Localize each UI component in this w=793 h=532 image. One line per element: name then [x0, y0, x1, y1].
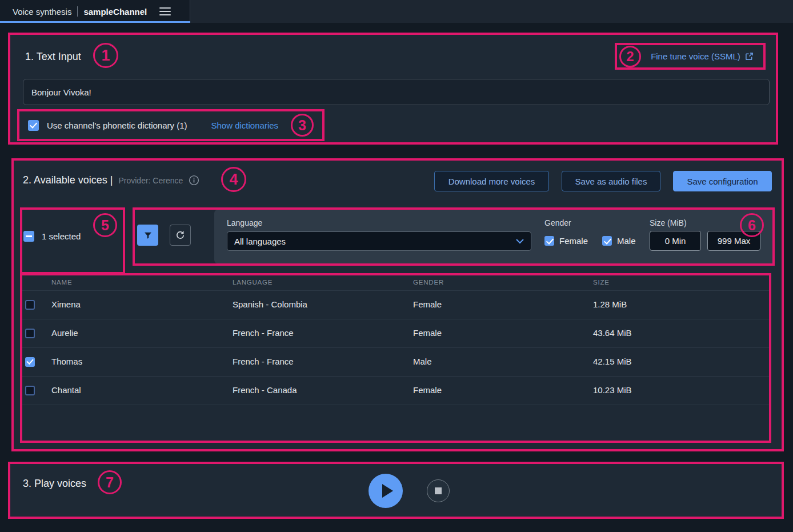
voice-gender: Female — [413, 385, 442, 395]
voice-synthesis-page: Voice synthesis sampleChannel 1. Text In… — [0, 0, 793, 532]
select-all-checkbox[interactable] — [23, 231, 34, 242]
voice-name: Ximena — [51, 299, 81, 309]
voice-name: Chantal — [51, 385, 81, 395]
fine-tune-voice-link[interactable]: Fine tune voice (SSML) — [651, 51, 754, 61]
stop-icon — [435, 487, 442, 494]
voices-table-highlight: NAME LANGUAGE GENDER SIZE Ximena Spanish… — [20, 273, 771, 443]
table-row-aurelie[interactable]: Aurelie French - France Female 43.64 MiB — [22, 319, 769, 348]
menu-icon[interactable] — [159, 7, 171, 15]
language-label: Language — [227, 218, 262, 227]
active-tab-indicator — [0, 21, 190, 23]
section3-title: 3. Play voices — [23, 478, 86, 490]
table-row-chantal[interactable]: Chantal French - Canada Female 10.23 MiB — [22, 377, 769, 405]
size-min-input[interactable] — [650, 231, 701, 251]
male-label: Male — [617, 236, 636, 246]
voice-name: Thomas — [51, 357, 82, 366]
voice-language: French - Canada — [233, 385, 297, 395]
voice-language: French - France — [233, 357, 294, 366]
tab-separator — [77, 6, 78, 17]
section2-header: 2. Available voices | Provider: Cerence — [23, 174, 199, 186]
voice-gender: Female — [413, 299, 442, 309]
annotation-7: 7 — [98, 470, 122, 494]
filter-panel: Language All languages Gender Female Mal… — [214, 210, 772, 263]
play-button[interactable] — [369, 474, 403, 508]
row-checkbox[interactable] — [25, 329, 35, 338]
channel-tab[interactable]: Voice synthesis sampleChannel — [0, 0, 190, 23]
annotation-4: 4 — [221, 167, 246, 192]
filter-bar-highlight: Language All languages Gender Female Mal… — [133, 207, 775, 266]
save-configuration-button[interactable]: Save configuration — [673, 171, 772, 191]
voice-gender: Female — [413, 328, 442, 338]
download-more-voices-button[interactable]: Download more voices — [434, 171, 549, 191]
phonetic-dictionary-checkbox[interactable] — [28, 120, 39, 131]
header-gender: GENDER — [413, 279, 444, 286]
table-row-ximena[interactable]: Ximena Spanish - Colombia Female 1.28 Mi… — [22, 291, 769, 319]
voice-name: Aurelie — [51, 328, 78, 338]
app-title: Voice synthesis — [13, 7, 71, 17]
gender-female-option[interactable]: Female — [544, 236, 588, 246]
male-checkbox[interactable] — [602, 236, 612, 246]
gender-male-option[interactable]: Male — [602, 236, 636, 246]
size-label: Size (MiB) — [650, 218, 687, 227]
provider-label: Provider: Cerence — [118, 176, 183, 185]
language-select[interactable]: All languages — [227, 231, 531, 251]
voice-gender: Male — [413, 357, 432, 366]
phonetic-dictionary-highlight: Use channel's phonetic dictionary (1) Sh… — [17, 109, 325, 141]
section2-title: 2. Available voices | — [23, 174, 113, 186]
annotation-1: 1 — [93, 43, 118, 68]
table-header-row: NAME LANGUAGE GENDER SIZE — [22, 275, 769, 291]
phonetic-dictionary-label: Use channel's phonetic dictionary (1) — [47, 121, 187, 130]
row-checkbox[interactable] — [25, 357, 35, 367]
text-input-section: 1. Text Input 1 2 Fine tune voice (SSML)… — [8, 33, 778, 145]
synthesis-text-input[interactable] — [23, 79, 770, 105]
header-language: LANGUAGE — [233, 279, 273, 286]
voice-size: 10.23 MiB — [593, 385, 632, 395]
stop-button[interactable] — [427, 479, 450, 502]
voice-size: 42.15 MiB — [593, 357, 632, 366]
voice-language: Spanish - Colombia — [233, 299, 307, 309]
external-link-icon — [745, 52, 754, 61]
annotation-5: 5 — [93, 213, 117, 237]
top-bar: Voice synthesis sampleChannel — [0, 0, 793, 23]
play-voices-section: 3. Play voices 7 — [8, 462, 784, 519]
channel-name: sampleChannel — [83, 7, 147, 17]
filter-button[interactable] — [137, 225, 158, 246]
row-checkbox[interactable] — [25, 300, 35, 310]
header-size: SIZE — [593, 279, 610, 286]
annotation-6: 6 — [740, 213, 764, 237]
row-checkbox[interactable] — [25, 386, 35, 395]
language-select-value: All languages — [234, 237, 286, 246]
selection-highlight: 1 selected 5 — [20, 207, 125, 274]
table-row-thomas[interactable]: Thomas French - France Male 42.15 MiB — [22, 348, 769, 377]
annotation-3: 3 — [291, 114, 314, 137]
fine-tune-voice-label: Fine tune voice (SSML) — [651, 51, 740, 61]
fine-tune-highlight: 2 Fine tune voice (SSML) — [615, 43, 766, 70]
header-name: NAME — [51, 279, 72, 286]
female-checkbox[interactable] — [544, 236, 554, 246]
chevron-down-icon — [516, 239, 524, 244]
filter-icon — [143, 230, 153, 241]
voice-size: 1.28 MiB — [593, 299, 627, 309]
save-as-audio-files-button[interactable]: Save as audio files — [562, 171, 660, 191]
gender-label: Gender — [544, 218, 571, 227]
annotation-2: 2 — [619, 46, 641, 67]
play-icon — [382, 484, 393, 498]
voice-language: French - France — [233, 328, 294, 338]
refresh-button[interactable] — [170, 225, 191, 246]
voice-size: 43.64 MiB — [593, 328, 632, 338]
show-dictionaries-link[interactable]: Show dictionaries — [211, 121, 279, 130]
refresh-icon — [175, 230, 186, 241]
info-icon[interactable] — [189, 175, 199, 186]
female-label: Female — [559, 236, 588, 246]
selected-count-label: 1 selected — [42, 231, 81, 241]
available-voices-section: 2. Available voices | Provider: Cerence … — [11, 158, 784, 451]
section1-title: 1. Text Input — [25, 51, 81, 63]
